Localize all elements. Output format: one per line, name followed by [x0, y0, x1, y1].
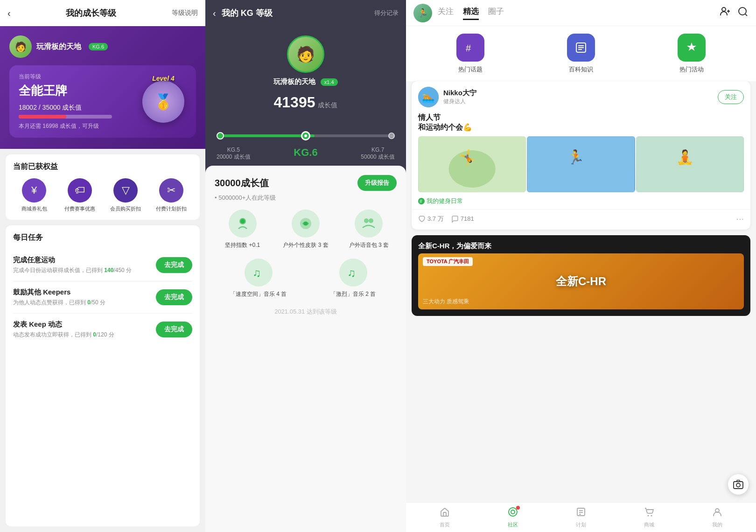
task-desc: 为他人动态点赞获得，已得到 0/50 分 — [13, 299, 156, 307]
benefit-label-plan: 付费计划折扣 — [156, 205, 187, 212]
card-user-info: Nikko大宁 健身达人 — [443, 89, 718, 105]
slider-labels: KG.5 20000 成长值 KG.6 KG.7 50000 成长值 — [217, 147, 395, 161]
benefit-label-shop: 商城券礼包 — [21, 205, 47, 212]
footer-community-label: 社区 — [508, 521, 518, 528]
level-explain-link[interactable]: 等级说明 — [172, 9, 198, 17]
feature-hot-activity[interactable]: 热门活动 — [678, 34, 706, 74]
svg-point-28 — [736, 483, 740, 487]
svg-text:🏊: 🏊 — [422, 91, 435, 104]
footer-home[interactable]: 首页 — [440, 507, 450, 528]
footer-shop[interactable]: 商城 — [644, 507, 654, 528]
task-name: 鼓励其他 Keepers — [13, 288, 156, 297]
panel3-header: 🏃 关注 精选 圈子 — [406, 0, 756, 26]
p2-growth-label: 成长值 — [318, 101, 337, 110]
perk-label: 坚持指数 +0.1 — [225, 241, 260, 249]
perk-icon-skin — [292, 210, 320, 238]
username: 玩滑板的天地 — [36, 42, 81, 52]
post-user-avatar[interactable]: 🏊 — [418, 87, 439, 107]
level-name: 全能王牌 — [19, 83, 140, 99]
task-item-exercise: 完成任意运动 完成今日份运动获得成长值，已得到 140/450 分 去完成 — [13, 249, 192, 281]
benefit-icon-race: 🏷 — [68, 178, 92, 203]
task-info: 完成任意运动 完成今日份运动获得成长值，已得到 140/450 分 — [13, 256, 156, 274]
toyota-badge: TOYOTA 广汽丰田 — [423, 257, 473, 266]
slider-label-kg6: KG.6 — [294, 147, 317, 161]
tab-circle[interactable]: 圈子 — [488, 6, 504, 20]
perk-icon-voice — [355, 210, 383, 238]
slider-dot-inner — [304, 134, 307, 137]
perk-label: 户外语音包 3 套 — [349, 241, 389, 249]
footer-profile-label: 我的 — [712, 521, 722, 528]
benefit-icon-member: ▽ — [113, 178, 138, 203]
feature-hot-topic[interactable]: # 热门话题 — [456, 34, 484, 74]
add-user-icon[interactable] — [720, 6, 731, 20]
benefit-icon-shop: ¥ — [22, 178, 46, 203]
slider-dot-right — [388, 133, 395, 139]
kg-badge: KG.6 — [89, 43, 108, 50]
hot-activity-label: 热门活动 — [679, 65, 704, 74]
music-icon-2: ♫ — [339, 259, 367, 287]
feature-encyclopedia[interactable]: 百科知识 — [567, 34, 595, 74]
follow-button[interactable]: 关注 — [718, 90, 744, 104]
panel2-title: 我的 KG 等级 — [222, 7, 273, 19]
svg-text:#: # — [420, 199, 422, 204]
perks-grid: 坚持指数 +0.1 户外个性皮肤 3 套 户外语音包 3 套 — [215, 210, 397, 249]
footer-community[interactable]: 社区 — [508, 507, 518, 528]
back-icon[interactable]: ‹ — [7, 8, 11, 19]
task-complete-button[interactable]: 去完成 — [156, 322, 192, 337]
footer-profile[interactable]: 我的 — [712, 507, 722, 528]
music-perk-item: ♫ 「速度空间」音乐 4 首 — [215, 259, 302, 298]
card-growth-req: 30000成长值 — [215, 177, 269, 189]
panel3-footer: 首页 社区 计划 商城 我的 — [406, 502, 756, 532]
svg-rect-29 — [443, 512, 446, 516]
footer-home-label: 首页 — [440, 521, 450, 528]
back-icon[interactable]: ‹ — [213, 8, 216, 19]
card-header-row: 30000成长值 升级报告 — [215, 175, 397, 191]
camera-fab[interactable] — [728, 474, 749, 495]
score-record-link[interactable]: 得分记录 — [374, 9, 399, 17]
page-title: 我的成长等级 — [66, 7, 116, 19]
comment-stat[interactable]: 7181 — [451, 215, 474, 223]
post-image-3[interactable]: 🧘 — [636, 136, 744, 192]
task-complete-button[interactable]: 去完成 — [156, 257, 192, 273]
more-options-icon[interactable]: ··· — [736, 213, 744, 224]
ad-card[interactable]: 全新C-HR，为偏爱而来 TOYOTA 广汽丰田 全新C-HR 三大动力 质感驾… — [412, 235, 750, 316]
p2-username-row: 玩滑板的天地 x1.4 — [273, 77, 337, 86]
tab-featured[interactable]: 精选 — [463, 6, 479, 20]
search-icon[interactable] — [737, 6, 749, 20]
panel-community: 🏃 关注 精选 圈子 # 热门话题 — [406, 0, 756, 532]
svg-text:♫: ♫ — [347, 266, 356, 279]
footer-plan[interactable]: 计划 — [576, 507, 586, 528]
upgrade-report-button[interactable]: 升级报告 — [357, 175, 397, 191]
task-name: 发表 Keep 动态 — [13, 320, 156, 329]
card-user-row: 🏊 Nikko大宁 健身达人 关注 — [412, 81, 750, 113]
tab-follow[interactable]: 关注 — [438, 6, 454, 20]
benefits-grid: ¥ 商城券礼包 🏷 付费赛事优惠 ▽ 会员购买折扣 ✂ 付费计划折扣 — [13, 178, 192, 212]
perk-item: 户外语音包 3 套 — [341, 210, 397, 249]
ad-image: TOYOTA 广汽丰田 全新C-HR 三大动力 质感驾乘 — [418, 253, 744, 309]
like-stat[interactable]: 3.7 万 — [418, 215, 444, 223]
svg-point-5 — [369, 218, 373, 223]
task-complete-button[interactable]: 去完成 — [156, 289, 192, 305]
progress-bar-wrap — [19, 115, 112, 119]
car-subtext: 三大动力 质感驾乘 — [423, 298, 469, 306]
p3-content-scroll[interactable]: # 热门话题 百科知识 热门活动 🏊 — [406, 26, 756, 502]
benefit-item: ▽ 会员购买折扣 — [105, 178, 147, 212]
p2-growth-row: 41395 成长值 — [274, 90, 338, 111]
post-tag[interactable]: # 我的健身日常 — [418, 197, 744, 205]
hero-section: 🧑 玩滑板的天地 KG.6 当前等级 全能王牌 18002 / 35000 成长… — [0, 26, 205, 149]
hot-topic-label: 热门话题 — [458, 65, 483, 74]
p3-avatar[interactable]: 🏃 — [413, 4, 432, 22]
svg-point-9 — [739, 7, 746, 15]
post-image-1[interactable]: 🤸 — [418, 136, 526, 192]
perk-item: 户外个性皮肤 3 套 — [278, 210, 333, 249]
upgrade-hint: 本月还需 16998 成长值，可升级 — [19, 122, 140, 130]
post-images: 🤸 🏃 🧘 — [412, 136, 750, 197]
post-image-2[interactable]: 🏃 — [527, 136, 635, 192]
avatar: 🧑 — [9, 35, 32, 58]
feature-icons: # 热门话题 百科知识 热门活动 — [406, 26, 756, 81]
perk-label: 户外个性皮肤 3 套 — [283, 241, 328, 249]
hero-user-row: 🧑 玩滑板的天地 KG.6 — [9, 35, 196, 58]
task-progress-num: 0 — [87, 299, 91, 306]
task-progress-num: 0 — [93, 331, 96, 338]
svg-point-1 — [240, 219, 245, 224]
